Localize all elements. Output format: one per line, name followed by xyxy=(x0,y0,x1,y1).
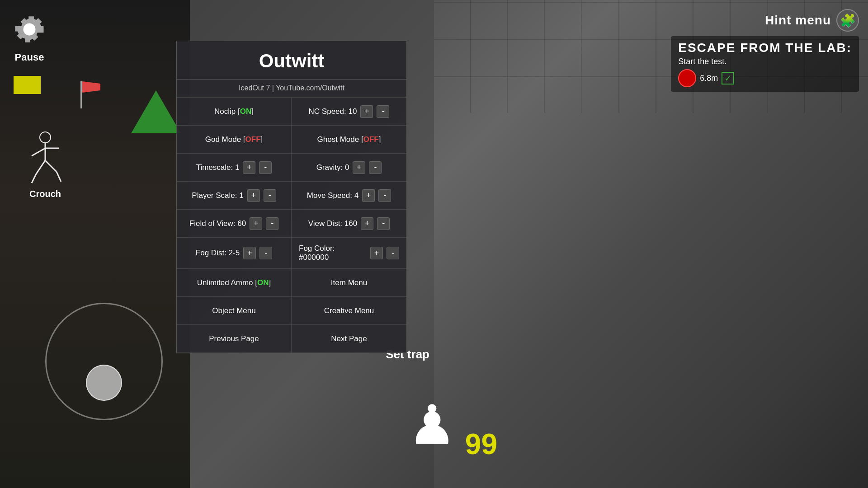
svg-line-4 xyxy=(36,160,45,174)
gravity-cell: Gravity: 0 + - xyxy=(292,154,406,182)
god-mode-cell[interactable]: God Mode [OFF] xyxy=(177,126,292,154)
noclip-label: Noclip [ON] xyxy=(214,107,254,116)
hint-icon[interactable]: 🧩 xyxy=(836,9,859,32)
creative-menu-button[interactable]: Creative Menu xyxy=(299,306,399,315)
noclip-cell: Noclip [ON] xyxy=(177,98,292,126)
mission-title: ESCAPE FROM THE LAB: xyxy=(678,41,852,55)
mission-checkbox[interactable]: ✓ xyxy=(722,72,734,84)
fog-color-cell: Fog Color: #000000 + - xyxy=(292,238,406,269)
object-menu-cell[interactable]: Object Menu xyxy=(177,297,292,325)
view-dist-cell: View Dist: 160 + - xyxy=(292,210,406,238)
mission-distance: 6.8m xyxy=(700,74,718,83)
timescale-plus[interactable]: + xyxy=(243,161,255,174)
green-pyramid xyxy=(131,90,181,133)
mission-subtitle: Start the test. xyxy=(678,57,852,66)
next-page-button[interactable]: Next Page xyxy=(299,334,399,343)
nc-speed-label: NC Speed: 10 xyxy=(309,107,357,116)
crouch-button[interactable]: Crouch xyxy=(27,131,63,199)
svg-line-7 xyxy=(57,172,61,182)
item-menu-cell[interactable]: Item Menu xyxy=(292,269,406,297)
ghost-mode-cell[interactable]: Ghost Mode [OFF] xyxy=(292,126,406,154)
view-dist-minus[interactable]: - xyxy=(377,217,390,230)
yellow-banner xyxy=(14,76,41,94)
panel-grid: Noclip [ON] NC Speed: 10 + - God Mode [O… xyxy=(177,97,406,353)
nc-speed-cell: NC Speed: 10 + - xyxy=(292,98,406,126)
player-scale-label: Player Scale: 1 xyxy=(192,191,243,200)
gravity-plus[interactable]: + xyxy=(353,161,365,174)
gear-icon xyxy=(9,9,50,50)
svg-line-6 xyxy=(45,160,57,172)
ghost-mode-label: Ghost Mode [OFF] xyxy=(317,135,381,144)
stick-figure-icon xyxy=(27,131,63,185)
timescale-label: Timescale: 1 xyxy=(196,163,240,172)
next-page-cell[interactable]: Next Page xyxy=(292,325,406,353)
outwitt-panel: Outwitt IcedOut 7 | YouTube.com/Outwitt … xyxy=(176,41,407,353)
fog-dist-minus[interactable]: - xyxy=(259,247,272,259)
crouch-label: Crouch xyxy=(29,189,61,199)
joystick-area[interactable] xyxy=(45,303,163,420)
ammo-count: 99 xyxy=(465,427,497,461)
fog-color-plus[interactable]: + xyxy=(370,247,383,259)
player-scale-minus[interactable]: - xyxy=(264,189,276,202)
move-speed-label: Move Speed: 4 xyxy=(307,191,359,200)
unlimited-ammo-label: Unlimited Ammo [ON] xyxy=(197,278,271,287)
panel-title: Outwitt xyxy=(177,41,406,80)
god-mode-status: OFF xyxy=(245,135,261,144)
player-scale-cell: Player Scale: 1 + - xyxy=(177,182,292,210)
fov-cell: Field of View: 60 + - xyxy=(177,210,292,238)
noclip-status: ON xyxy=(240,107,252,116)
fov-minus[interactable]: - xyxy=(266,217,278,230)
ghost-mode-status: OFF xyxy=(363,135,379,144)
chess-piece-icon: ♟ xyxy=(408,398,457,452)
object-menu-button[interactable]: Object Menu xyxy=(184,306,284,315)
god-mode-label: God Mode [OFF] xyxy=(205,135,263,144)
move-speed-minus[interactable]: - xyxy=(378,189,391,202)
creative-menu-cell[interactable]: Creative Menu xyxy=(292,297,406,325)
gravity-label: Gravity: 0 xyxy=(316,163,349,172)
fog-dist-cell: Fog Dist: 2-5 + - xyxy=(177,238,292,269)
unlimited-ammo-status: ON xyxy=(257,278,269,287)
item-menu-button[interactable]: Item Menu xyxy=(299,278,399,287)
fog-color-label: Fog Color: #000000 xyxy=(299,244,367,262)
view-dist-plus[interactable]: + xyxy=(361,217,373,230)
move-speed-plus[interactable]: + xyxy=(362,189,375,202)
previous-page-cell[interactable]: Previous Page xyxy=(177,325,292,353)
nc-speed-minus[interactable]: - xyxy=(377,105,389,118)
fog-dist-plus[interactable]: + xyxy=(243,247,256,259)
timescale-minus[interactable]: - xyxy=(259,161,272,174)
svg-line-2 xyxy=(32,148,45,156)
fog-color-minus[interactable]: - xyxy=(387,247,399,259)
move-speed-cell: Move Speed: 4 + - xyxy=(292,182,406,210)
nc-speed-plus[interactable]: + xyxy=(360,105,373,118)
hint-menu[interactable]: Hint menu 🧩 xyxy=(765,9,859,32)
svg-point-0 xyxy=(40,132,51,143)
fov-plus[interactable]: + xyxy=(250,217,262,230)
view-dist-label: View Dist: 160 xyxy=(308,219,357,228)
gravity-minus[interactable]: - xyxy=(369,161,382,174)
hint-menu-label: Hint menu xyxy=(765,13,831,28)
previous-page-button[interactable]: Previous Page xyxy=(184,334,284,343)
pause-label: Pause xyxy=(15,52,44,63)
joystick-thumb[interactable] xyxy=(86,365,122,401)
unlimited-ammo-cell[interactable]: Unlimited Ammo [ON] xyxy=(177,269,292,297)
pause-button[interactable]: Pause xyxy=(9,9,50,63)
mission-box: ESCAPE FROM THE LAB: Start the test. 6.8… xyxy=(671,36,859,92)
player-scale-plus[interactable]: + xyxy=(247,189,260,202)
mission-indicator xyxy=(678,69,696,87)
panel-subtitle: IcedOut 7 | YouTube.com/Outwitt xyxy=(177,80,406,97)
fov-label: Field of View: 60 xyxy=(189,219,246,228)
svg-line-5 xyxy=(32,174,36,183)
fog-dist-label: Fog Dist: 2-5 xyxy=(196,249,240,258)
timescale-cell: Timescale: 1 + - xyxy=(177,154,292,182)
